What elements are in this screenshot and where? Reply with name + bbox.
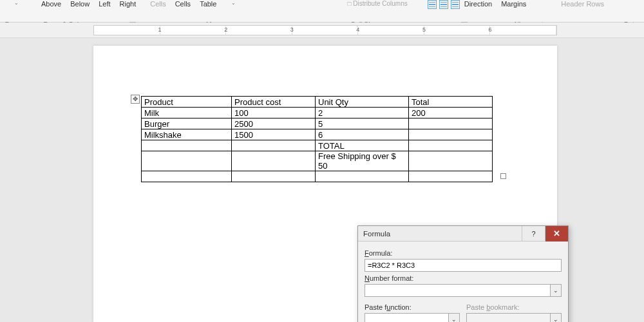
insert-right-button[interactable]: Right [115,0,141,8]
formula-dialog: Formula ? ✕ FFormula:ormula: Number form… [357,225,569,322]
distribute-columns-button[interactable]: □ Distribute Columns [343,0,412,7]
table-header-row: Product Product cost Unit Qty Total [142,97,493,108]
paste-function-label: Paste function: [365,303,460,311]
split-cells-button[interactable]: Cells [171,0,195,8]
chevron-down-icon: ⌄ [550,313,562,322]
insert-above-button[interactable]: Above [37,0,66,8]
close-button[interactable]: ✕ [545,226,568,242]
paste-bookmark-label: Paste bookmark: [466,303,562,311]
table-row: TOTAL [142,140,493,151]
formula-label: FFormula:ormula: [365,249,562,257]
alignment-grid-icons[interactable] [428,0,460,9]
ruler-area: 1 2 3 4 5 6 [0,23,644,38]
ribbon-toolbar: ⌄ Above Below Left Right Cells Cells Tab… [0,0,644,10]
product-table[interactable]: Product Product cost Unit Qty Total Milk… [141,96,493,182]
col-product[interactable]: Product [142,97,232,108]
document-area: ✥ Product Product cost Unit Qty Total Mi… [0,38,644,322]
insert-left-button[interactable]: Left [94,0,115,8]
cell-margins-button[interactable]: Margins [497,0,531,8]
col-unit-qty[interactable]: Unit Qty [316,97,409,108]
header-rows-button[interactable]: Header Rows [556,0,609,8]
paste-function-select[interactable]: ⌄ [365,313,460,322]
dialog-title: Formula [358,230,522,238]
chevron-down-icon: ⌄ [550,284,562,297]
merge-cells-button[interactable]: Cells [146,0,170,8]
ribbon: ⌄ Above Below Left Right Cells Cells Tab… [0,0,644,23]
dialog-titlebar[interactable]: Formula ? ✕ [358,226,568,242]
help-button[interactable]: ? [522,226,545,242]
dropdown-icon[interactable]: ⌄ [10,0,23,6]
table-row: Free Shipping over $ 50 [142,151,493,171]
table-row [142,171,493,182]
col-total[interactable]: Total [409,97,493,108]
number-format-label: Number format: [365,274,562,282]
table-row: Milkshake15006 [142,129,493,140]
table-row: Milk1002200 [142,108,493,118]
horizontal-ruler[interactable]: 1 2 3 4 5 6 [93,25,557,35]
paste-bookmark-select: ⌄ [466,313,562,322]
insert-below-button[interactable]: Below [66,0,94,8]
col-product-cost[interactable]: Product cost [232,97,316,108]
autofit-dropdown-icon[interactable]: ⌄ [227,0,240,6]
table-resize-handle-icon[interactable] [500,173,506,179]
chevron-down-icon: ⌄ [448,313,460,322]
text-direction-button[interactable]: Direction [460,0,497,8]
split-table-button[interactable]: Table [195,0,221,8]
table-move-handle-icon[interactable]: ✥ [131,95,140,104]
table-row: Burger25005 [142,118,493,129]
formula-input[interactable] [365,259,562,272]
number-format-select[interactable]: ⌄ [365,284,562,297]
